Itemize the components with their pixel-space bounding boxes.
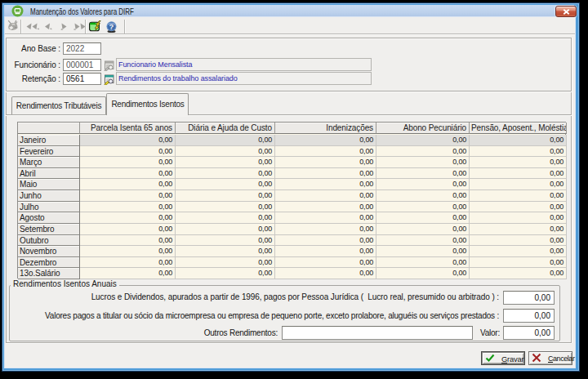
svg-text:?: ? (109, 22, 114, 31)
svg-text:Manutenção dos Valores para DI: Manutenção dos Valores para DIRF (30, 7, 134, 16)
